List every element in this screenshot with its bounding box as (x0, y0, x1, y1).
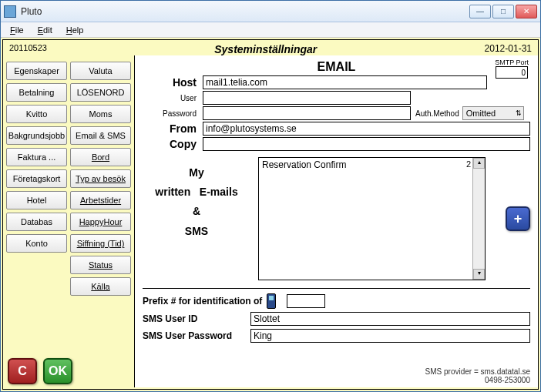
maximize-button[interactable]: □ (492, 5, 514, 18)
templates-list[interactable]: Reservation Confirm 2 ▴ ▾ (258, 157, 486, 280)
auth-method-value: Omitted (466, 109, 496, 118)
layout: EgenskaperValutaBetalningLÖSENORDKvittoM… (3, 55, 538, 387)
sidebar-btn-kvitto[interactable]: Kvitto (6, 105, 67, 123)
host-input[interactable] (203, 75, 487, 89)
bottom-bar: C OK SMS provider = sms.datatal.se 0498-… (8, 358, 530, 384)
sidebar-btn-siffning (tid)[interactable]: Siffning (Tid) (70, 234, 131, 253)
sidebar-btn-betalning[interactable]: Betalning (6, 83, 67, 102)
titlebar: Pluto — □ ✕ (1, 1, 540, 22)
content: 20110523 Systeminställningar 2012-01-31 … (1, 38, 540, 391)
auth-method-label: Auth.Method (415, 109, 459, 118)
provider-line2: 0498-253000 (425, 376, 530, 384)
sidebar-btn-email & sms[interactable]: Email & SMS (70, 126, 131, 145)
sidebar-btn-databas[interactable]: Databas (6, 213, 67, 231)
templates-list-content: Reservation Confirm 2 (259, 158, 472, 280)
add-template-button[interactable]: + (506, 206, 530, 231)
main-frame: 20110523 Systeminställningar 2012-01-31 … (2, 39, 539, 390)
sms-user-input[interactable] (250, 312, 530, 326)
sidebar: EgenskaperValutaBetalningLÖSENORDKvittoM… (3, 55, 134, 387)
password-input[interactable] (203, 106, 411, 120)
page-title: Systeminställningar (214, 43, 317, 55)
close-button[interactable]: ✕ (516, 5, 537, 18)
list-item[interactable]: Reservation Confirm (262, 159, 346, 170)
sidebar-btn-faktura ...[interactable]: Faktura ... (6, 148, 67, 166)
menubar: File Edit Help (1, 22, 540, 38)
sidebar-btn-hotel[interactable]: Hotel (6, 191, 67, 209)
main-panel: EMAIL SMTP Port Host User Password (134, 55, 538, 387)
caption-line3: & (143, 202, 250, 221)
menu-edit[interactable]: Edit (32, 24, 59, 36)
window: Pluto — □ ✕ File Edit Help 20110523 Syst… (0, 0, 541, 392)
caption-line1: My (143, 163, 250, 183)
sms-pass-input[interactable] (250, 329, 530, 343)
phone-icon (267, 293, 276, 309)
templates-caption: My written E-mails & SMS (143, 157, 250, 280)
caption-line4: SMS (143, 222, 250, 241)
app-icon (4, 5, 16, 18)
header-date: 2012-01-31 (485, 43, 532, 55)
password-label: Password (143, 109, 203, 118)
sidebar-buttons: EgenskaperValutaBetalningLÖSENORDKvittoM… (6, 62, 131, 296)
provider-line1: SMS provider = sms.datatal.se (425, 367, 530, 376)
minimize-button[interactable]: — (469, 5, 491, 18)
sidebar-btn-egenskaper[interactable]: Egenskaper (6, 62, 67, 80)
provider-info: SMS provider = sms.datatal.se 0498-25300… (425, 367, 530, 384)
window-title: Pluto (21, 6, 469, 17)
scroll-up-icon[interactable]: ▴ (473, 158, 485, 169)
header: 20110523 Systeminställningar 2012-01-31 (3, 40, 538, 55)
prefix-row: Prefix # for identification of (143, 293, 530, 309)
sidebar-btn-företagskort[interactable]: Företagskort (6, 169, 67, 188)
sidebar-btn-konto[interactable]: Konto (6, 234, 67, 253)
sidebar-btn-lösenord[interactable]: LÖSENORD (70, 83, 131, 102)
smtp-port-group: SMTP Port (495, 59, 529, 79)
sidebar-btn-bord[interactable]: Bord (70, 148, 131, 166)
sidebar-btn-happyhour[interactable]: HappyHour (70, 213, 131, 231)
from-label: From (143, 122, 203, 135)
auth-method-select[interactable]: Omitted ⇅ (462, 106, 524, 120)
menu-file[interactable]: File (4, 24, 30, 36)
prefix-input[interactable] (287, 294, 325, 308)
sidebar-btn-arbetstider[interactable]: Arbetstider (70, 191, 131, 209)
sidebar-btn-status[interactable]: Status (70, 256, 131, 274)
sms-pass-label: SMS User Password (143, 330, 250, 341)
sidebar-btn-källa[interactable]: Källa (70, 277, 131, 296)
email-header: EMAIL (143, 60, 530, 74)
smtp-port-input[interactable] (496, 66, 528, 79)
chevron-updown-icon: ⇅ (516, 109, 522, 117)
copy-label: Copy (143, 138, 203, 150)
cancel-button[interactable]: C (8, 358, 37, 384)
sidebar-btn-valuta[interactable]: Valuta (70, 62, 131, 80)
window-buttons: — □ ✕ (469, 5, 537, 18)
copy-input[interactable] (203, 137, 530, 151)
list-count: 2 (466, 159, 471, 169)
list-scrollbar[interactable]: ▴ ▾ (472, 158, 485, 280)
smtp-port-label: SMTP Port (495, 59, 529, 66)
from-input[interactable] (203, 122, 530, 136)
ok-button[interactable]: OK (43, 358, 72, 384)
sms-user-label: SMS User ID (143, 313, 250, 324)
scroll-down-icon[interactable]: ▾ (473, 269, 485, 280)
header-stamp: 20110523 (9, 43, 47, 55)
sidebar-btn-moms[interactable]: Moms (70, 105, 131, 123)
caption-line2: written E-mails (143, 183, 250, 202)
prefix-label: Prefix # for identification of (143, 296, 262, 307)
divider (143, 288, 530, 289)
user-label: User (143, 94, 203, 102)
sidebar-btn-typ av besök[interactable]: Typ av besök (70, 169, 131, 188)
templates-section: My written E-mails & SMS Reservation Con… (143, 157, 530, 280)
menu-help[interactable]: Help (60, 24, 90, 36)
user-input[interactable] (203, 91, 411, 105)
sidebar-btn-bakgrundsjobb[interactable]: Bakgrundsjobb (6, 126, 67, 145)
host-label: Host (143, 76, 203, 89)
